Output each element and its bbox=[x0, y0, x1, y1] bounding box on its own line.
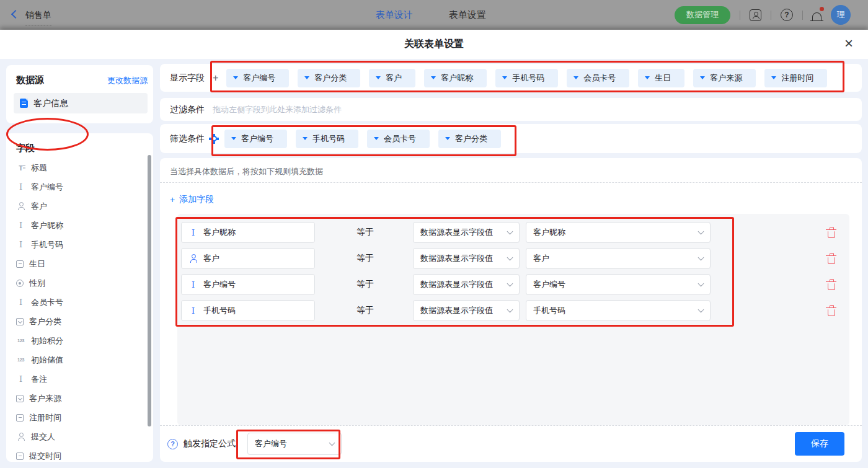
field-item-label: 客户编号 bbox=[31, 182, 63, 193]
field-item-label: 客户昵称 bbox=[31, 220, 63, 231]
add-display-field-button[interactable]: + bbox=[213, 73, 218, 84]
rule-operator: 等于 bbox=[356, 253, 374, 264]
rule-target-field[interactable]: 客户编号 bbox=[181, 274, 315, 295]
delete-rule-button[interactable] bbox=[826, 253, 837, 264]
rule-source-value: 数据源表显示字段值 bbox=[420, 253, 493, 264]
field-chip[interactable]: 客户编号 bbox=[226, 69, 289, 87]
rule-operator: 等于 bbox=[356, 227, 374, 238]
field-chip[interactable]: 手机号码 bbox=[495, 69, 558, 87]
topbar-tab[interactable]: 表单设计 bbox=[376, 9, 413, 21]
rule-source-select[interactable]: 数据源表显示字段值 bbox=[413, 248, 520, 269]
field-item[interactable]: 初始积分 bbox=[6, 331, 153, 350]
modal-title: 关联表单设置 bbox=[404, 38, 464, 51]
field-chip[interactable]: 手机号码 bbox=[296, 130, 358, 148]
avatar[interactable]: 理 bbox=[831, 5, 851, 25]
form-name[interactable]: 销售单 bbox=[25, 10, 51, 26]
caret-down-icon bbox=[231, 137, 236, 140]
rule-target-field[interactable]: 客户 bbox=[181, 248, 315, 269]
screen-condition-chips: 客户编号 手机号码 会员卡号 客户分类 bbox=[224, 130, 501, 148]
field-item[interactable]: 会员卡号 bbox=[6, 293, 153, 312]
chevron-down-icon bbox=[329, 439, 335, 446]
rule-value-label: 客户编号 bbox=[533, 279, 565, 290]
rule-source-value: 数据源表显示字段值 bbox=[420, 227, 493, 238]
field-item[interactable]: 客户编号 bbox=[6, 177, 153, 196]
delete-rule-button[interactable] bbox=[826, 305, 837, 316]
data-manage-button[interactable]: 数据管理 bbox=[675, 6, 730, 24]
rule-source-value: 数据源表显示字段值 bbox=[420, 305, 493, 316]
filter-condition-row[interactable]: 过滤条件 拖动左侧字段到此处来添加过滤条件 bbox=[160, 98, 862, 121]
notification-bell-icon[interactable] bbox=[812, 9, 822, 20]
rule-value-select[interactable]: 客户昵称 bbox=[526, 222, 711, 243]
modal-body: 数据源 更改数据源 客户信息 字段 标题 bbox=[0, 59, 868, 468]
fill-rules-hint: 当选择具体数据后，将按如下规则填充数据 bbox=[170, 166, 323, 177]
gear-icon[interactable] bbox=[210, 135, 218, 143]
chip-label: 注册时间 bbox=[781, 73, 813, 84]
field-item[interactable]: 提交人 bbox=[6, 427, 153, 446]
form-icon bbox=[20, 99, 28, 108]
datasource-item[interactable]: 客户信息 bbox=[14, 93, 148, 113]
caret-down-icon bbox=[303, 137, 308, 140]
field-item[interactable]: 生日 bbox=[6, 254, 153, 273]
change-datasource-link[interactable]: 更改数据源 bbox=[107, 75, 148, 86]
divider bbox=[771, 11, 771, 20]
field-chip[interactable]: 客户编号 bbox=[224, 130, 287, 148]
scrollbar-thumb[interactable] bbox=[148, 155, 151, 426]
delete-rule-button[interactable] bbox=[826, 227, 837, 238]
rule-field-label: 手机号码 bbox=[203, 305, 236, 316]
field-chip[interactable]: 会员卡号 bbox=[367, 130, 430, 148]
field-chip[interactable]: 客户昵称 bbox=[424, 69, 487, 87]
caret-down-icon bbox=[502, 76, 507, 79]
contacts-icon[interactable] bbox=[750, 9, 761, 21]
field-item[interactable]: 手机号码 bbox=[6, 235, 153, 254]
topbar-tab[interactable]: 表单设置 bbox=[449, 9, 486, 21]
field-item[interactable]: 标题 bbox=[6, 158, 153, 177]
field-item[interactable]: 备注 bbox=[6, 369, 153, 389]
caret-down-icon bbox=[445, 137, 450, 140]
rule-target-field[interactable]: 客户昵称 bbox=[181, 222, 315, 243]
field-chip[interactable]: 注册时间 bbox=[764, 69, 827, 87]
field-item[interactable]: 提交时间 bbox=[6, 446, 153, 462]
field-item[interactable]: 客户昵称 bbox=[6, 216, 153, 235]
field-item[interactable]: 性别 bbox=[6, 273, 153, 293]
formula-field-select[interactable]: 客户编号 bbox=[247, 433, 342, 455]
field-item[interactable]: 客户分类 bbox=[6, 312, 153, 331]
date-icon bbox=[16, 414, 24, 422]
heading-icon bbox=[16, 163, 25, 172]
help-circle-icon[interactable] bbox=[167, 439, 178, 449]
field-item-label: 客户 bbox=[31, 201, 47, 212]
screen-condition-row: 筛选条件 客户编号 手机号码 会员卡号 bbox=[160, 124, 862, 153]
field-chip[interactable]: 客户分类 bbox=[438, 130, 501, 148]
rule-value-select[interactable]: 客户 bbox=[526, 248, 711, 269]
add-field-button[interactable]: + 添加字段 bbox=[170, 194, 214, 205]
rule-source-select[interactable]: 数据源表显示字段值 bbox=[413, 274, 520, 295]
select-icon bbox=[16, 395, 24, 402]
field-chip[interactable]: 客户分类 bbox=[298, 69, 360, 87]
field-item-label: 注册时间 bbox=[29, 412, 61, 423]
field-item[interactable]: 客户 bbox=[6, 196, 153, 216]
formula-field-value: 客户编号 bbox=[255, 438, 287, 449]
rule-source-select[interactable]: 数据源表显示字段值 bbox=[413, 222, 520, 243]
rule-target-field[interactable]: 手机号码 bbox=[181, 300, 315, 321]
help-icon[interactable] bbox=[781, 9, 793, 21]
back-button[interactable]: 销售单 bbox=[0, 10, 51, 20]
fields-card: 字段 标题 客户编号 客户 bbox=[6, 133, 153, 462]
rule-source-select[interactable]: 数据源表显示字段值 bbox=[413, 300, 520, 321]
save-button[interactable]: 保存 bbox=[795, 432, 844, 456]
field-chip[interactable]: 客户 bbox=[369, 69, 415, 87]
field-chip[interactable]: 会员卡号 bbox=[567, 69, 629, 87]
display-field-chips: 客户编号 客户分类 客户 客户昵称 bbox=[226, 69, 827, 87]
field-chip[interactable]: 生日 bbox=[638, 69, 684, 87]
rule-value-select[interactable]: 客户编号 bbox=[526, 274, 711, 295]
field-item[interactable]: 客户来源 bbox=[6, 389, 153, 408]
delete-rule-button[interactable] bbox=[826, 279, 837, 290]
caret-down-icon bbox=[645, 76, 650, 79]
radio-icon bbox=[16, 280, 24, 287]
rule-value-select[interactable]: 手机号码 bbox=[526, 300, 711, 321]
field-item[interactable]: 初始储值 bbox=[6, 350, 153, 369]
trash-icon bbox=[828, 231, 835, 238]
close-icon[interactable]: × bbox=[844, 36, 853, 51]
field-item[interactable]: 注册时间 bbox=[6, 408, 153, 427]
chevron-down-icon bbox=[698, 228, 704, 234]
field-chip[interactable]: 客户来源 bbox=[693, 69, 756, 87]
fields-title: 字段 bbox=[6, 133, 153, 158]
